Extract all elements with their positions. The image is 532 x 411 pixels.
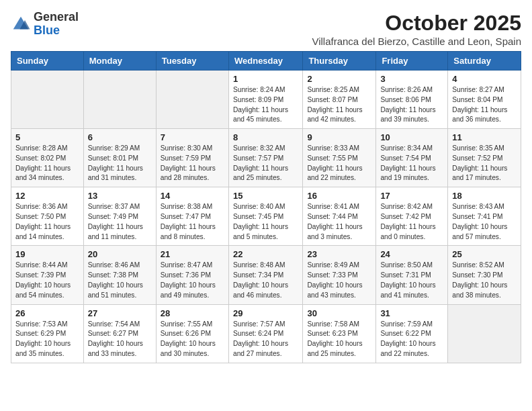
cell-info-text: Sunrise: 8:48 AM Sunset: 7:34 PM Dayligh… xyxy=(233,261,298,300)
cell-info-text: Sunrise: 7:54 AM Sunset: 6:27 PM Dayligh… xyxy=(88,320,152,359)
logo-icon xyxy=(11,14,31,34)
cell-info-text: Sunrise: 8:38 AM Sunset: 7:47 PM Dayligh… xyxy=(161,202,224,242)
calendar-cell: 18Sunrise: 8:43 AM Sunset: 7:41 PM Dayli… xyxy=(448,187,521,246)
cell-day-number: 24 xyxy=(380,249,443,259)
cell-info-text: Sunrise: 8:30 AM Sunset: 7:59 PM Dayligh… xyxy=(161,144,224,183)
calendar-cell: 21Sunrise: 8:47 AM Sunset: 7:36 PM Dayli… xyxy=(156,246,228,304)
cell-day-number: 17 xyxy=(380,191,443,201)
cell-day-number: 23 xyxy=(307,249,371,259)
cell-info-text: Sunrise: 8:27 AM Sunset: 8:04 PM Dayligh… xyxy=(452,85,517,125)
title-block: October 2025 Villafranca del Bierzo, Cas… xyxy=(312,11,521,47)
cell-info-text: Sunrise: 8:26 AM Sunset: 8:06 PM Dayligh… xyxy=(380,85,443,125)
cell-info-text: Sunrise: 7:55 AM Sunset: 6:26 PM Dayligh… xyxy=(161,320,224,359)
calendar-cell xyxy=(448,304,521,363)
cell-info-text: Sunrise: 8:36 AM Sunset: 7:50 PM Dayligh… xyxy=(15,202,79,242)
logo: General Blue xyxy=(11,11,79,38)
calendar-cell: 14Sunrise: 8:38 AM Sunset: 7:47 PM Dayli… xyxy=(156,187,228,246)
calendar-cell: 5Sunrise: 8:28 AM Sunset: 8:02 PM Daylig… xyxy=(11,129,84,187)
cell-info-text: Sunrise: 8:35 AM Sunset: 7:52 PM Dayligh… xyxy=(452,144,517,183)
cell-day-number: 14 xyxy=(161,191,224,201)
cell-info-text: Sunrise: 8:42 AM Sunset: 7:42 PM Dayligh… xyxy=(380,202,443,242)
cell-day-number: 27 xyxy=(88,308,152,318)
weekday-header: Wednesday xyxy=(228,52,302,71)
weekday-header: Thursday xyxy=(303,52,376,71)
cell-info-text: Sunrise: 7:53 AM Sunset: 6:29 PM Dayligh… xyxy=(15,320,79,359)
cell-info-text: Sunrise: 8:33 AM Sunset: 7:55 PM Dayligh… xyxy=(307,144,371,183)
cell-info-text: Sunrise: 7:58 AM Sunset: 6:23 PM Dayligh… xyxy=(307,320,371,359)
calendar-cell: 9Sunrise: 8:33 AM Sunset: 7:55 PM Daylig… xyxy=(303,129,376,187)
calendar-cell: 15Sunrise: 8:40 AM Sunset: 7:45 PM Dayli… xyxy=(228,187,302,246)
calendar-cell: 12Sunrise: 8:36 AM Sunset: 7:50 PM Dayli… xyxy=(11,187,84,246)
calendar-week-row: 5Sunrise: 8:28 AM Sunset: 8:02 PM Daylig… xyxy=(11,129,521,187)
calendar-cell: 27Sunrise: 7:54 AM Sunset: 6:27 PM Dayli… xyxy=(83,304,156,363)
cell-info-text: Sunrise: 8:49 AM Sunset: 7:33 PM Dayligh… xyxy=(307,261,371,300)
weekday-header: Sunday xyxy=(11,52,84,71)
main-title: October 2025 xyxy=(312,11,521,36)
calendar-cell: 8Sunrise: 8:32 AM Sunset: 7:57 PM Daylig… xyxy=(228,129,302,187)
calendar-week-row: 12Sunrise: 8:36 AM Sunset: 7:50 PM Dayli… xyxy=(11,187,521,246)
cell-info-text: Sunrise: 8:50 AM Sunset: 7:31 PM Dayligh… xyxy=(380,261,443,300)
cell-day-number: 26 xyxy=(15,308,79,318)
calendar-cell xyxy=(11,71,84,129)
cell-day-number: 4 xyxy=(452,74,517,84)
calendar-cell: 29Sunrise: 7:57 AM Sunset: 6:24 PM Dayli… xyxy=(228,304,302,363)
cell-day-number: 22 xyxy=(233,249,298,259)
cell-day-number: 10 xyxy=(380,132,443,142)
cell-day-number: 20 xyxy=(88,249,152,259)
cell-day-number: 30 xyxy=(307,308,371,318)
calendar-week-row: 19Sunrise: 8:44 AM Sunset: 7:39 PM Dayli… xyxy=(11,246,521,304)
cell-info-text: Sunrise: 8:47 AM Sunset: 7:36 PM Dayligh… xyxy=(161,261,224,300)
cell-info-text: Sunrise: 8:25 AM Sunset: 8:07 PM Dayligh… xyxy=(307,85,371,125)
cell-info-text: Sunrise: 8:24 AM Sunset: 8:09 PM Dayligh… xyxy=(233,85,298,125)
cell-day-number: 7 xyxy=(161,132,224,142)
cell-info-text: Sunrise: 8:43 AM Sunset: 7:41 PM Dayligh… xyxy=(452,202,517,242)
calendar-cell: 20Sunrise: 8:46 AM Sunset: 7:38 PM Dayli… xyxy=(83,246,156,304)
cell-day-number: 13 xyxy=(88,191,152,201)
cell-day-number: 12 xyxy=(15,191,79,201)
weekday-header: Monday xyxy=(83,52,156,71)
cell-info-text: Sunrise: 8:28 AM Sunset: 8:02 PM Dayligh… xyxy=(15,144,79,183)
cell-day-number: 15 xyxy=(233,191,298,201)
cell-day-number: 29 xyxy=(233,308,298,318)
cell-info-text: Sunrise: 8:52 AM Sunset: 7:30 PM Dayligh… xyxy=(452,261,517,300)
cell-day-number: 9 xyxy=(307,132,371,142)
calendar-header-row: SundayMondayTuesdayWednesdayThursdayFrid… xyxy=(11,52,521,71)
cell-day-number: 18 xyxy=(452,191,517,201)
calendar-cell: 26Sunrise: 7:53 AM Sunset: 6:29 PM Dayli… xyxy=(11,304,84,363)
calendar-cell: 25Sunrise: 8:52 AM Sunset: 7:30 PM Dayli… xyxy=(448,246,521,304)
calendar-cell: 17Sunrise: 8:42 AM Sunset: 7:42 PM Dayli… xyxy=(376,187,448,246)
calendar-cell: 31Sunrise: 7:59 AM Sunset: 6:22 PM Dayli… xyxy=(376,304,448,363)
calendar-cell: 11Sunrise: 8:35 AM Sunset: 7:52 PM Dayli… xyxy=(448,129,521,187)
calendar-cell: 19Sunrise: 8:44 AM Sunset: 7:39 PM Dayli… xyxy=(11,246,84,304)
calendar-cell xyxy=(156,71,228,129)
cell-day-number: 3 xyxy=(380,74,443,84)
calendar-cell: 6Sunrise: 8:29 AM Sunset: 8:01 PM Daylig… xyxy=(83,129,156,187)
cell-day-number: 25 xyxy=(452,249,517,259)
weekday-header: Tuesday xyxy=(156,52,228,71)
cell-info-text: Sunrise: 8:40 AM Sunset: 7:45 PM Dayligh… xyxy=(233,202,298,242)
calendar-cell xyxy=(83,71,156,129)
logo-blue-text: Blue xyxy=(34,24,60,37)
calendar-cell: 4Sunrise: 8:27 AM Sunset: 8:04 PM Daylig… xyxy=(448,71,521,129)
calendar-cell: 23Sunrise: 8:49 AM Sunset: 7:33 PM Dayli… xyxy=(303,246,376,304)
cell-day-number: 16 xyxy=(307,191,371,201)
calendar-cell: 1Sunrise: 8:24 AM Sunset: 8:09 PM Daylig… xyxy=(228,71,302,129)
cell-info-text: Sunrise: 8:32 AM Sunset: 7:57 PM Dayligh… xyxy=(233,144,298,183)
cell-info-text: Sunrise: 8:37 AM Sunset: 7:49 PM Dayligh… xyxy=(88,202,152,242)
cell-day-number: 5 xyxy=(15,132,79,142)
logo-general-text: General xyxy=(34,10,79,24)
subtitle: Villafranca del Bierzo, Castille and Leo… xyxy=(312,36,521,47)
cell-info-text: Sunrise: 7:57 AM Sunset: 6:24 PM Dayligh… xyxy=(233,320,298,359)
calendar-week-row: 1Sunrise: 8:24 AM Sunset: 8:09 PM Daylig… xyxy=(11,71,521,129)
calendar-cell: 24Sunrise: 8:50 AM Sunset: 7:31 PM Dayli… xyxy=(376,246,448,304)
cell-day-number: 1 xyxy=(233,74,298,84)
cell-info-text: Sunrise: 8:44 AM Sunset: 7:39 PM Dayligh… xyxy=(15,261,79,300)
cell-day-number: 6 xyxy=(88,132,152,142)
calendar-table: SundayMondayTuesdayWednesdayThursdayFrid… xyxy=(11,51,521,363)
cell-day-number: 31 xyxy=(380,308,443,318)
cell-info-text: Sunrise: 7:59 AM Sunset: 6:22 PM Dayligh… xyxy=(380,320,443,359)
calendar-cell: 3Sunrise: 8:26 AM Sunset: 8:06 PM Daylig… xyxy=(376,71,448,129)
weekday-header: Saturday xyxy=(448,52,521,71)
cell-info-text: Sunrise: 8:41 AM Sunset: 7:44 PM Dayligh… xyxy=(307,202,371,242)
weekday-header: Friday xyxy=(376,52,448,71)
